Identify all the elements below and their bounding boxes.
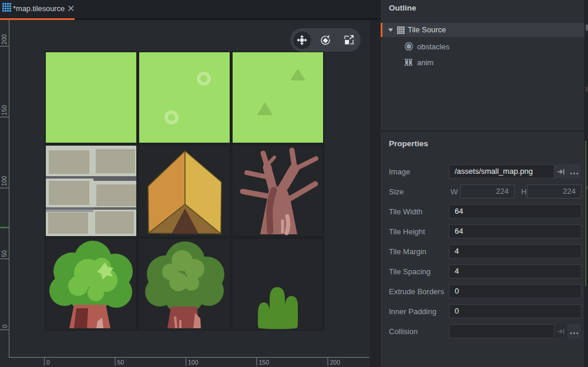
svg-text:150: 150 xyxy=(1,105,8,116)
svg-text:50: 50 xyxy=(1,250,8,257)
svg-text:50: 50 xyxy=(117,359,125,366)
svg-text:200: 200 xyxy=(330,359,341,366)
svg-text:100: 100 xyxy=(1,176,8,186)
svg-text:200: 200 xyxy=(1,34,8,45)
svg-text:100: 100 xyxy=(188,359,199,366)
svg-text:150: 150 xyxy=(259,359,270,366)
svg-text:0: 0 xyxy=(1,325,8,328)
svg-text:0: 0 xyxy=(46,359,50,366)
